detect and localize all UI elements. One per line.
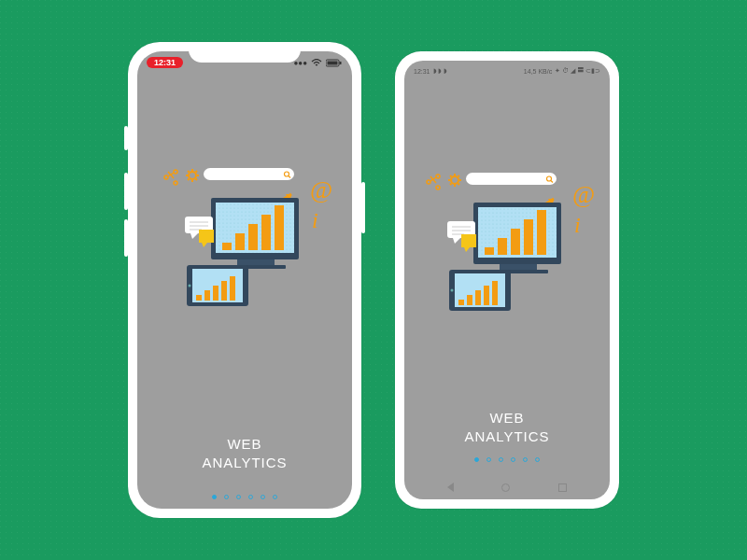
page-dot[interactable] — [535, 457, 540, 462]
power-button — [361, 182, 365, 233]
nav-back-icon[interactable] — [447, 483, 454, 492]
iphone-notch — [189, 42, 301, 63]
svg-rect-49 — [340, 62, 342, 64]
page-title: WEBANALYTICS — [404, 409, 610, 445]
ios-time: 12:31 — [147, 57, 183, 68]
mute-switch — [124, 126, 128, 150]
status-icons: ✦ ⏱ ◢ 〓 ⊂▮⊃ — [555, 67, 600, 75]
page-dot[interactable] — [248, 495, 253, 499]
android-frame: 12:31 ◗ ◗ ◗ 14,5 KB/c ✦ ⏱ ◢ 〓 ⊂▮⊃ WEBANA… — [395, 51, 619, 509]
android-status-bar: 12:31 ◗ ◗ ◗ 14,5 KB/c ✦ ⏱ ◢ 〓 ⊂▮⊃ — [404, 63, 610, 78]
page-dot[interactable] — [236, 495, 241, 499]
page-indicator[interactable] — [137, 495, 352, 499]
page-dot[interactable] — [474, 457, 479, 462]
page-dot[interactable] — [224, 495, 229, 499]
page-dot[interactable] — [523, 457, 528, 462]
volume-up — [124, 173, 128, 210]
android-time: 12:31 — [414, 68, 430, 75]
nav-home-icon[interactable] — [501, 483, 510, 492]
hero-illustration — [137, 149, 352, 336]
notification-icons: ◗ ◗ ◗ — [433, 67, 448, 75]
battery-icon — [326, 59, 343, 67]
page-dot[interactable] — [212, 495, 217, 499]
android-screen[interactable]: 12:31 ◗ ◗ ◗ 14,5 KB/c ✦ ⏱ ◢ 〓 ⊂▮⊃ WEBANA… — [404, 61, 610, 499]
iphone-frame: 12:31 ●●● WEBANALYTICS — [128, 42, 361, 518]
page-title: WEBANALYTICS — [137, 435, 352, 471]
page-dot[interactable] — [499, 457, 503, 462]
page-indicator[interactable] — [404, 457, 610, 462]
iphone-screen[interactable]: 12:31 ●●● WEBANALYTICS — [137, 51, 352, 509]
page-dot[interactable] — [486, 457, 491, 462]
page-dot[interactable] — [273, 495, 277, 499]
data-rate: 14,5 KB/c — [524, 68, 552, 75]
android-navbar — [404, 483, 610, 492]
svg-rect-48 — [328, 61, 338, 64]
wifi-icon — [311, 59, 322, 67]
volume-down — [124, 219, 128, 257]
nav-recent-icon[interactable] — [558, 483, 567, 492]
page-dot[interactable] — [511, 457, 515, 462]
hero-illustration — [404, 154, 610, 341]
page-dot[interactable] — [261, 495, 265, 499]
